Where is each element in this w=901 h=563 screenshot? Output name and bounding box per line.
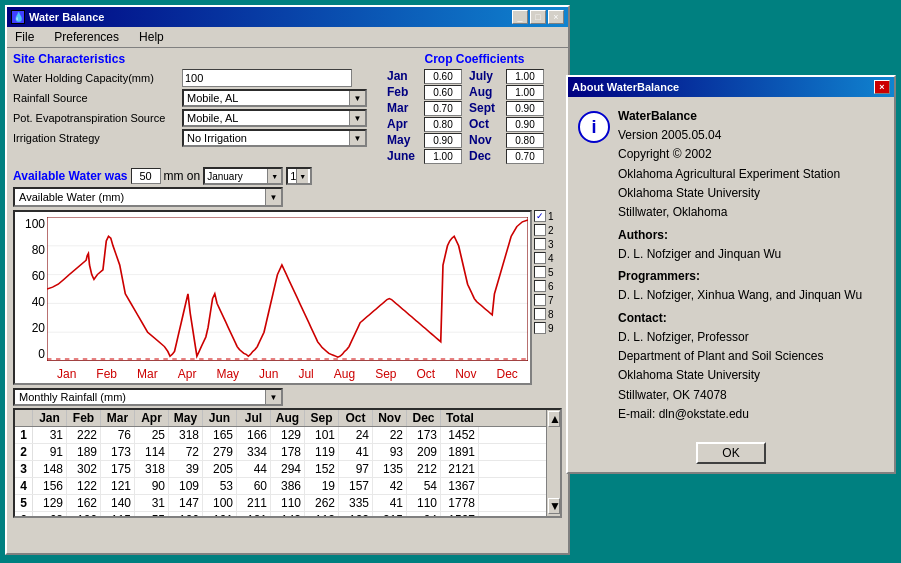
checkbox-6[interactable] — [534, 280, 546, 292]
table-scrollbar[interactable]: ▲ ▼ — [546, 410, 560, 516]
avail-water-value[interactable] — [131, 168, 161, 184]
crop-june-input[interactable] — [424, 149, 462, 164]
td-cell: 211 — [237, 495, 271, 511]
maximize-button[interactable]: □ — [530, 10, 546, 24]
crop-nov-input[interactable] — [506, 133, 544, 148]
checkbox-9[interactable] — [534, 322, 546, 334]
td-cell: 2121 — [441, 461, 479, 477]
td-cell: 31 — [135, 495, 169, 511]
variable-select-value: Available Water (mm) — [15, 191, 265, 203]
td-cell: 205 — [203, 461, 237, 477]
td-cell: 1452 — [441, 427, 479, 443]
crop-july-input[interactable] — [506, 69, 544, 84]
td-row-number: 3 — [15, 461, 33, 477]
th-jun: Jun — [203, 410, 237, 426]
crop-aug-input[interactable] — [506, 85, 544, 100]
about-close-button[interactable]: × — [874, 80, 890, 94]
checkbox-8-label: 8 — [548, 309, 554, 320]
about-location: Stillwater, Oklahoma — [618, 203, 862, 222]
variable-select-dropdown[interactable]: ▼ — [265, 189, 281, 205]
checkbox-1[interactable]: ✓ — [534, 210, 546, 222]
crop-dec-input[interactable] — [506, 149, 544, 164]
td-cell: 148 — [33, 461, 67, 477]
table-header: Jan Feb Mar Apr May Jun Jul Aug Sep Oct … — [15, 410, 560, 427]
y-label-20: 20 — [17, 321, 45, 335]
pet-source-dropdown[interactable]: ▼ — [349, 111, 365, 125]
water-holding-input[interactable] — [182, 69, 352, 87]
td-cell: 335 — [339, 495, 373, 511]
td-cell: 122 — [67, 478, 101, 494]
variable-select[interactable]: Available Water (mm) ▼ — [13, 187, 283, 207]
crop-jan-input[interactable] — [424, 69, 462, 84]
checkbox-4[interactable] — [534, 252, 546, 264]
x-sep: Sep — [375, 367, 396, 381]
checkbox-2[interactable] — [534, 224, 546, 236]
td-cell: 129 — [33, 495, 67, 511]
crop-sept-label: Sept — [469, 101, 505, 116]
about-contact4: Stillwater, OK 74078 — [618, 386, 862, 405]
table-row: 2911891731147227933417811941932091891 — [15, 444, 560, 461]
checkbox-5[interactable] — [534, 266, 546, 278]
checkbox-7-label: 7 — [548, 295, 554, 306]
about-title-bar: About WaterBalance × — [568, 77, 894, 97]
td-cell: 178 — [271, 444, 305, 460]
table-select-dropdown[interactable]: ▼ — [265, 390, 281, 404]
rainfall-source-dropdown[interactable]: ▼ — [349, 91, 365, 105]
avail-water-unit: mm on — [164, 169, 201, 183]
about-authors: D. L. Nofziger and Jinquan Wu — [618, 245, 862, 264]
close-button[interactable]: × — [548, 10, 564, 24]
th-oct: Oct — [339, 410, 373, 426]
crop-mar-input[interactable] — [424, 101, 462, 116]
about-content: i WaterBalance Version 2005.05.04 Copyri… — [568, 97, 894, 434]
minimize-button[interactable]: _ — [512, 10, 528, 24]
td-cell: 147 — [169, 495, 203, 511]
crop-may-input[interactable] — [424, 133, 462, 148]
td-cell: 1507 — [441, 512, 479, 518]
th-total: Total — [441, 410, 479, 426]
td-cell: 76 — [101, 427, 135, 443]
about-org2: Oklahoma State University — [618, 184, 862, 203]
td-cell: 44 — [237, 461, 271, 477]
scroll-up-btn[interactable]: ▲ — [548, 411, 560, 427]
checkbox-7[interactable] — [534, 294, 546, 306]
irrigation-dropdown[interactable]: ▼ — [349, 131, 365, 145]
td-cell: 53 — [203, 478, 237, 494]
th-sep: Sep — [305, 410, 339, 426]
y-label-80: 80 — [17, 243, 45, 257]
td-row-number: 1 — [15, 427, 33, 443]
chart-area: 100 80 60 40 20 0 — [13, 210, 532, 385]
x-feb: Feb — [96, 367, 117, 381]
pet-source-value: Mobile, AL — [184, 112, 349, 124]
th-empty — [15, 410, 33, 426]
checkbox-8[interactable] — [534, 308, 546, 320]
crop-sept-input[interactable] — [506, 101, 544, 116]
td-cell: 100 — [203, 495, 237, 511]
variable-select-row: Available Water (mm) ▼ — [13, 187, 562, 207]
crop-feb-input[interactable] — [424, 85, 462, 100]
avail-month-dropdown[interactable]: ▼ — [267, 169, 281, 183]
table-select[interactable]: Monthly Rainfall (mm) ▼ — [13, 388, 283, 406]
scroll-down-btn[interactable]: ▼ — [548, 498, 560, 514]
td-cell: 110 — [271, 495, 305, 511]
crop-oct-label: Oct — [469, 117, 505, 132]
crop-coeff-title: Crop Coefficients — [387, 52, 562, 66]
x-axis: Jan Feb Mar Apr May Jun Jul Aug Sep Oct … — [47, 367, 528, 381]
crop-may-label: May — [387, 133, 423, 148]
water-holding-label: Water Holding Capacity(mm) — [13, 72, 178, 84]
y-label-100: 100 — [17, 217, 45, 231]
td-cell: 302 — [67, 461, 101, 477]
about-version: Version 2005.05.04 — [618, 126, 862, 145]
avail-day-dropdown[interactable]: ▼ — [296, 169, 308, 183]
about-ok-button[interactable]: OK — [696, 442, 766, 464]
menu-help[interactable]: Help — [135, 29, 168, 45]
table-row: 131222762531816516612910124221731452 — [15, 427, 560, 444]
x-nov: Nov — [455, 367, 476, 381]
crop-apr-input[interactable] — [424, 117, 462, 132]
menu-file[interactable]: File — [11, 29, 38, 45]
checkbox-3[interactable] — [534, 238, 546, 250]
menu-preferences[interactable]: Preferences — [50, 29, 123, 45]
td-cell: 215 — [373, 512, 407, 518]
crop-oct-input[interactable] — [506, 117, 544, 132]
crop-dec-label: Dec — [469, 149, 505, 164]
td-cell: 1367 — [441, 478, 479, 494]
